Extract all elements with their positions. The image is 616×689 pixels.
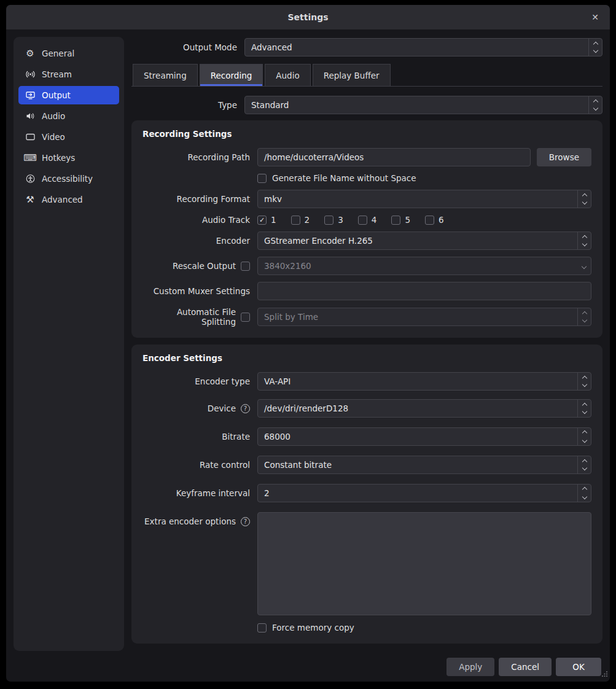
dialog-footer: Apply Cancel OK	[131, 650, 602, 682]
custom-muxer-row: Custom Muxer Settings	[142, 282, 591, 300]
output-mode-label: Output Mode	[131, 42, 237, 52]
settings-window: Settings ✕ ⚙ General	[6, 5, 610, 682]
split-mode-select[interactable]: Split by Time	[257, 308, 591, 326]
keyframe-interval-input[interactable]: 2	[257, 484, 591, 502]
chevron-updown-icon	[577, 308, 591, 325]
screen: Settings ✕ ⚙ General	[0, 0, 616, 689]
auto-file-splitting-label: Automatic File Splitting	[142, 307, 250, 327]
device-value: /dev/dri/renderD128	[258, 403, 577, 413]
output-mode-value: Advanced	[245, 42, 588, 52]
encoder-select[interactable]: GStreamer Encoder H.265	[257, 232, 591, 250]
device-select[interactable]: /dev/dri/renderD128	[257, 399, 591, 418]
sidebar-item-accessibility[interactable]: Accessibility	[18, 169, 119, 188]
audio-track-1-checkbox[interactable]	[257, 216, 267, 225]
tab-recording[interactable]: Recording	[200, 64, 263, 86]
tab-replay-buffer[interactable]: Replay Buffer	[313, 64, 391, 86]
close-icon[interactable]: ✕	[591, 5, 599, 29]
sidebar-item-output[interactable]: Output	[18, 86, 119, 104]
audio-track-5: 5	[391, 215, 410, 225]
sidebar: ⚙ General Stream	[14, 37, 124, 651]
sidebar-item-label: Audio	[42, 111, 65, 121]
titlebar[interactable]: Settings ✕	[6, 5, 610, 29]
audio-track-label: Audio Track	[142, 215, 250, 225]
encoder-settings-panel: Encoder Settings Encoder type VA-API	[131, 344, 602, 644]
output-tabs: Streaming Recording Audio Replay Buffer	[131, 64, 602, 87]
panel-title: Recording Settings	[142, 129, 591, 139]
recording-format-select[interactable]: mkv	[257, 190, 591, 208]
encoder-label: Encoder	[142, 236, 250, 246]
bitrate-input[interactable]: 68000	[257, 427, 591, 446]
audio-track-4-checkbox[interactable]	[358, 216, 367, 225]
bitrate-label: Bitrate	[142, 432, 250, 442]
type-select[interactable]: Standard	[244, 96, 602, 114]
extra-encoder-options-row: Extra encoder options ?	[142, 512, 591, 615]
sidebar-item-video[interactable]: Video	[18, 128, 119, 146]
recording-format-value: mkv	[258, 194, 577, 204]
rate-control-select[interactable]: Constant bitrate	[257, 456, 591, 474]
chevron-updown-icon	[577, 456, 591, 473]
audio-track-1: 1	[257, 215, 276, 225]
help-icon[interactable]: ?	[241, 404, 250, 413]
sidebar-item-label: Accessibility	[42, 174, 93, 184]
bitrate-row: Bitrate 68000	[142, 427, 591, 446]
generate-no-space-checkbox[interactable]	[257, 174, 267, 183]
audio-track-2-checkbox[interactable]	[291, 216, 300, 225]
apply-button[interactable]: Apply	[446, 658, 494, 676]
type-value: Standard	[245, 100, 588, 110]
speaker-icon	[25, 111, 36, 121]
rescale-output-row: Rescale Output 3840x2160	[142, 257, 591, 275]
auto-file-splitting-row: Automatic File Splitting Split by Time	[142, 307, 591, 327]
recording-settings-panel: Recording Settings Recording Path Browse…	[131, 120, 602, 338]
audio-track-5-checkbox[interactable]	[391, 216, 400, 225]
custom-muxer-label: Custom Muxer Settings	[142, 286, 250, 296]
spinner-arrows-icon[interactable]	[577, 428, 591, 445]
sidebar-item-stream[interactable]: Stream	[18, 65, 119, 84]
display-icon	[25, 132, 36, 142]
recording-path-row: Recording Path Browse	[142, 148, 591, 166]
encoder-row: Encoder GStreamer Encoder H.265	[142, 232, 591, 250]
sidebar-item-general[interactable]: ⚙ General	[18, 44, 119, 63]
auto-file-splitting-checkbox[interactable]	[241, 313, 250, 322]
custom-muxer-input[interactable]	[257, 282, 591, 300]
broadcast-icon	[25, 69, 36, 79]
device-row: Device ? /dev/dri/renderD128	[142, 399, 591, 418]
chevron-updown-icon	[577, 190, 591, 208]
encoder-type-select[interactable]: VA-API	[257, 372, 591, 391]
audio-track-3-checkbox[interactable]	[324, 216, 333, 225]
audio-track-2: 2	[291, 215, 310, 225]
output-mode-select[interactable]: Advanced	[244, 38, 602, 56]
chevron-updown-icon	[577, 373, 591, 390]
accessibility-icon	[25, 174, 36, 184]
rescale-output-checkbox[interactable]	[241, 262, 250, 271]
keyframe-interval-label: Keyframe interval	[142, 488, 250, 498]
sidebar-item-label: Video	[42, 132, 65, 142]
sidebar-item-hotkeys[interactable]: ⌨ Hotkeys	[18, 149, 119, 167]
extra-encoder-options-label: Extra encoder options ?	[142, 516, 250, 526]
encoder-type-value: VA-API	[258, 376, 577, 386]
audio-track-6-checkbox[interactable]	[425, 216, 434, 225]
resize-grip[interactable]	[601, 668, 608, 680]
chevron-down-icon	[577, 263, 591, 268]
sidebar-item-label: Stream	[42, 69, 72, 79]
sidebar-item-label: General	[42, 49, 74, 58]
tab-audio[interactable]: Audio	[265, 64, 310, 86]
tools-icon: ⚒	[25, 195, 36, 204]
rescale-resolution-select[interactable]: 3840x2160	[257, 257, 591, 275]
main-content: Output Mode Advanced Streaming Recording…	[131, 37, 602, 682]
sidebar-item-audio[interactable]: Audio	[18, 107, 119, 125]
type-row: Type Standard	[131, 96, 602, 114]
audio-track-3: 3	[324, 215, 343, 225]
spinner-arrows-icon[interactable]	[577, 485, 591, 502]
force-memory-copy-checkbox[interactable]	[257, 623, 267, 633]
ok-button[interactable]: OK	[556, 658, 601, 676]
help-icon[interactable]: ?	[241, 517, 250, 526]
browse-button[interactable]: Browse	[537, 148, 591, 166]
recording-path-input[interactable]	[257, 148, 531, 166]
force-memory-copy-row: Force memory copy	[142, 623, 591, 633]
cancel-button[interactable]: Cancel	[499, 658, 552, 676]
window-body: ⚙ General Stream	[6, 29, 610, 682]
recording-format-label: Recording Format	[142, 194, 250, 204]
sidebar-item-advanced[interactable]: ⚒ Advanced	[18, 190, 119, 209]
extra-encoder-options-input[interactable]	[257, 512, 591, 615]
tab-streaming[interactable]: Streaming	[133, 64, 198, 86]
